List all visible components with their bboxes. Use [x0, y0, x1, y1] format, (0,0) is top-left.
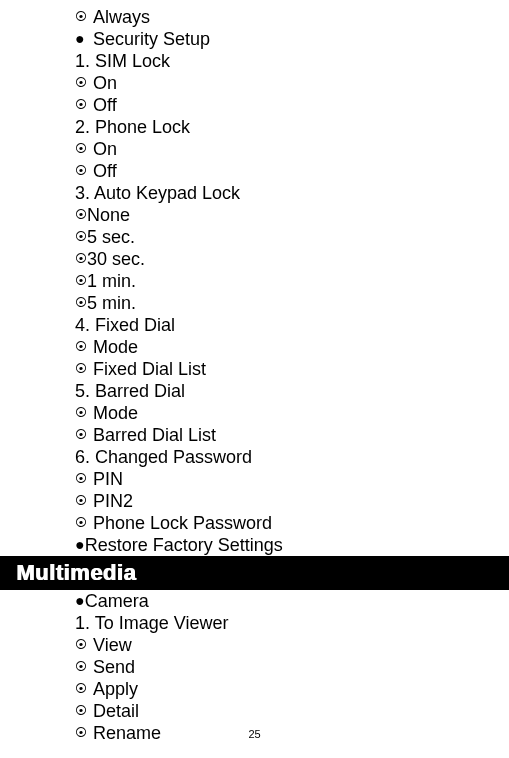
menu-text: 6. Changed Password — [75, 446, 252, 468]
radio-icon: ⦿ — [75, 270, 87, 292]
radio-icon: ⦿ — [75, 160, 89, 182]
menu-line: ⦿Fixed Dial List — [75, 358, 509, 380]
radio-icon: ⦿ — [75, 512, 89, 534]
menu-text: 1. To Image Viewer — [75, 612, 228, 634]
menu-text: 5 sec. — [87, 226, 135, 248]
menu-line: ●Restore Factory Settings — [75, 534, 509, 556]
menu-text: On — [93, 138, 117, 160]
menu-text: 3. Auto Keypad Lock — [75, 182, 240, 204]
radio-icon: ⦿ — [75, 678, 89, 700]
radio-icon: ⦿ — [75, 634, 89, 656]
menu-text: Mode — [93, 402, 138, 424]
menu-text: Mode — [93, 336, 138, 358]
menu-line: ⦿Off — [75, 94, 509, 116]
menu-line: 1. To Image Viewer — [75, 612, 509, 634]
menu-text: Apply — [93, 678, 138, 700]
menu-line: ⦿Always — [75, 6, 509, 28]
menu-text: Phone Lock Password — [93, 512, 272, 534]
menu-line: ⦿PIN2 — [75, 490, 509, 512]
menu-line: ⦿Mode — [75, 336, 509, 358]
radio-icon: ⦿ — [75, 6, 89, 28]
menu-text: Camera — [85, 590, 149, 612]
menu-line: ⦿Mode — [75, 402, 509, 424]
menu-line: ⦿Detail — [75, 700, 509, 722]
menu-text: 30 sec. — [87, 248, 145, 270]
menu-text: Always — [93, 6, 150, 28]
menu-line: 4. Fixed Dial — [75, 314, 509, 336]
menu-text: 1 min. — [87, 270, 136, 292]
section-2: ●Camera1. To Image Viewer⦿View⦿Send⦿Appl… — [75, 590, 509, 744]
bullet-icon: ● — [75, 590, 85, 612]
menu-line: ⦿5 sec. — [75, 226, 509, 248]
menu-line: ⦿PIN — [75, 468, 509, 490]
bullet-icon: ● — [75, 534, 85, 556]
menu-text: Barred Dial List — [93, 424, 216, 446]
menu-text: Off — [93, 160, 117, 182]
menu-text: Restore Factory Settings — [85, 534, 283, 556]
menu-line: 2. Phone Lock — [75, 116, 509, 138]
menu-line: ⦿Off — [75, 160, 509, 182]
menu-line: 1. SIM Lock — [75, 50, 509, 72]
radio-icon: ⦿ — [75, 656, 89, 678]
menu-line: ●Security Setup — [75, 28, 509, 50]
menu-line: ●Camera — [75, 590, 509, 612]
menu-text: Fixed Dial List — [93, 358, 206, 380]
menu-text: None — [87, 204, 130, 226]
menu-line: ⦿On — [75, 72, 509, 94]
menu-text: 5 min. — [87, 292, 136, 314]
radio-icon: ⦿ — [75, 204, 87, 226]
radio-icon: ⦿ — [75, 72, 89, 94]
menu-text: 4. Fixed Dial — [75, 314, 175, 336]
document-content: ⦿Always●Security Setup1. SIM Lock⦿On⦿Off… — [0, 0, 509, 744]
menu-line: ⦿30 sec. — [75, 248, 509, 270]
menu-text: Send — [93, 656, 135, 678]
radio-icon: ⦿ — [75, 138, 89, 160]
menu-line: 5. Barred Dial — [75, 380, 509, 402]
menu-line: ⦿Apply — [75, 678, 509, 700]
multimedia-header: Multimedia — [0, 556, 509, 590]
menu-line: ⦿On — [75, 138, 509, 160]
menu-text: 2. Phone Lock — [75, 116, 190, 138]
menu-line: ⦿Send — [75, 656, 509, 678]
menu-text: Off — [93, 94, 117, 116]
menu-line: 6. Changed Password — [75, 446, 509, 468]
menu-text: 5. Barred Dial — [75, 380, 185, 402]
radio-icon: ⦿ — [75, 402, 89, 424]
menu-line: ⦿Phone Lock Password — [75, 512, 509, 534]
bullet-icon: ● — [75, 28, 89, 50]
radio-icon: ⦿ — [75, 468, 89, 490]
menu-text: PIN — [93, 468, 123, 490]
menu-line: ⦿View — [75, 634, 509, 656]
menu-text: PIN2 — [93, 490, 133, 512]
menu-text: On — [93, 72, 117, 94]
radio-icon: ⦿ — [75, 424, 89, 446]
radio-icon: ⦿ — [75, 336, 89, 358]
page-number: 25 — [0, 728, 509, 740]
menu-line: ⦿5 min. — [75, 292, 509, 314]
menu-line: 3. Auto Keypad Lock — [75, 182, 509, 204]
radio-icon: ⦿ — [75, 292, 87, 314]
radio-icon: ⦿ — [75, 226, 87, 248]
radio-icon: ⦿ — [75, 358, 89, 380]
section-1: ⦿Always●Security Setup1. SIM Lock⦿On⦿Off… — [75, 6, 509, 556]
menu-text: 1. SIM Lock — [75, 50, 170, 72]
radio-icon: ⦿ — [75, 700, 89, 722]
radio-icon: ⦿ — [75, 248, 87, 270]
menu-line: ⦿None — [75, 204, 509, 226]
menu-text: Security Setup — [93, 28, 210, 50]
menu-line: ⦿Barred Dial List — [75, 424, 509, 446]
radio-icon: ⦿ — [75, 94, 89, 116]
radio-icon: ⦿ — [75, 490, 89, 512]
menu-line: ⦿1 min. — [75, 270, 509, 292]
menu-text: View — [93, 634, 132, 656]
menu-text: Detail — [93, 700, 139, 722]
